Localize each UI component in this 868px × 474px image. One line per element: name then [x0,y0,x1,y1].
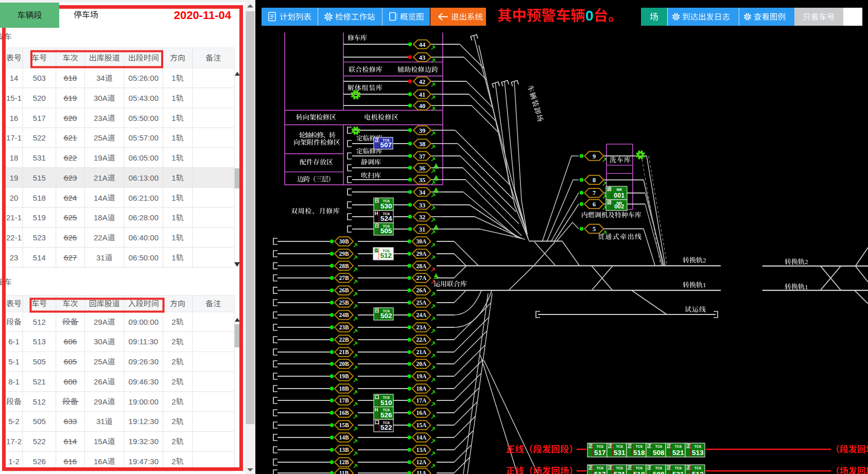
svg-text:27B: 27B [339,275,349,281]
svg-text:517: 517 [33,114,46,122]
svg-text:2020-11-04: 2020-11-04 [174,9,232,22]
svg-text:TC6: TC6 [674,444,682,449]
svg-text:30A: 30A [416,238,427,244]
svg-text:23: 23 [10,253,19,262]
svg-text:514: 514 [33,253,46,262]
svg-text:2: 2 [171,437,176,446]
svg-text:15A: 15A [94,437,108,446]
svg-text:1: 1 [171,74,176,82]
svg-text:2: 2 [805,258,808,266]
svg-text:1: 1 [805,283,808,291]
svg-text:34: 34 [96,74,105,82]
svg-text:2: 2 [171,318,176,326]
svg-text:5-2: 5-2 [8,417,20,426]
svg-text:19:12:30: 19:12:30 [129,417,159,426]
svg-text:14A: 14A [416,434,427,441]
svg-text:TC6: TC6 [596,466,603,470]
svg-text:TC6: TC6 [596,444,603,449]
svg-text:2: 2 [171,457,176,466]
svg-text:11A: 11A [416,470,427,474]
svg-text:17B: 17B [339,397,349,403]
svg-text:19:47:30: 19:47:30 [129,457,159,466]
svg-text:29B: 29B [339,251,349,257]
svg-text:28A: 28A [416,263,427,269]
svg-text:16B: 16B [339,410,349,416]
svg-text:512: 512 [33,397,46,406]
svg-text:17-2: 17-2 [6,437,22,446]
svg-text:06:28:00: 06:28:00 [129,213,159,222]
svg-text:13B: 13B [339,447,349,453]
svg-text:1: 1 [171,94,176,102]
svg-text:5-1: 5-1 [8,357,20,366]
svg-text:15A: 15A [416,422,427,428]
svg-text:507: 507 [380,141,392,149]
svg-text:11B: 11B [339,470,349,474]
svg-text:523: 523 [33,233,46,242]
svg-text:522: 522 [33,133,46,142]
svg-text:25A: 25A [94,133,108,142]
svg-text:25A: 25A [416,300,427,306]
svg-text:517: 517 [594,449,606,457]
svg-text:002: 002 [614,203,624,209]
svg-text:06:40:00: 06:40:00 [129,233,159,242]
svg-text:1: 1 [171,253,176,262]
svg-text:09:00:00: 09:00:00 [129,318,159,326]
svg-text:17A: 17A [416,397,427,403]
svg-text:526: 526 [380,411,392,419]
svg-text:14: 14 [10,74,19,82]
svg-text:8: 8 [593,177,596,184]
svg-text:06:13:00: 06:13:00 [129,173,159,182]
svg-text:37: 37 [419,153,426,160]
svg-text:TC6: TC6 [635,444,643,449]
svg-text:19A: 19A [416,373,427,379]
svg-text:2: 2 [703,256,706,264]
svg-text:TC6: TC6 [674,466,682,470]
svg-text:31: 31 [96,253,105,262]
svg-text:17-1: 17-1 [6,133,22,142]
svg-text:519: 519 [33,213,46,222]
svg-text:2: 2 [171,357,176,366]
svg-text:6: 6 [593,201,596,208]
svg-text:39: 39 [419,127,426,134]
svg-text:2: 2 [171,337,176,346]
svg-text:24A: 24A [416,312,427,318]
svg-text:1: 1 [171,114,176,122]
svg-text:1: 1 [171,173,176,182]
svg-text:NR: NR [617,187,622,192]
svg-text:26A: 26A [416,287,427,293]
svg-text:31: 31 [419,226,426,233]
svg-text:14A: 14A [94,194,108,202]
svg-text:18B: 18B [339,385,349,392]
svg-text:TC6: TC6 [655,466,662,470]
svg-text:25A: 25A [94,357,108,366]
svg-text:12A: 12A [416,459,427,465]
svg-text:1: 1 [171,213,176,222]
svg-text:29A: 29A [94,318,108,326]
svg-text:513: 513 [692,470,704,474]
svg-text:06:05:00: 06:05:00 [129,153,159,162]
svg-text:19A: 19A [94,153,108,162]
svg-text:32: 32 [419,214,426,221]
svg-text:22A: 22A [416,337,427,343]
svg-text:25B: 25B [339,300,349,306]
svg-text:36: 36 [419,165,426,172]
svg-text:44: 44 [419,41,426,48]
svg-text:530: 530 [380,202,392,210]
svg-text:22-1: 22-1 [6,233,22,242]
svg-text:12B: 12B [339,459,349,465]
svg-text:05:26:00: 05:26:00 [129,74,159,82]
svg-text:14B: 14B [339,434,349,441]
svg-text:505: 505 [33,357,46,366]
svg-text:15-1: 15-1 [6,94,22,102]
svg-text:18A: 18A [94,213,108,222]
svg-text:21A: 21A [416,349,427,355]
svg-text:28B: 28B [339,263,349,269]
svg-text:513: 513 [692,449,704,457]
svg-text:21A: 21A [94,173,108,182]
svg-text:09:46:30: 09:46:30 [129,377,159,386]
svg-text:531: 531 [33,153,46,162]
svg-text:19:32:30: 19:32:30 [129,437,159,446]
svg-text:23A: 23A [94,114,108,122]
svg-text:515: 515 [33,173,46,182]
svg-text:7: 7 [593,189,596,197]
